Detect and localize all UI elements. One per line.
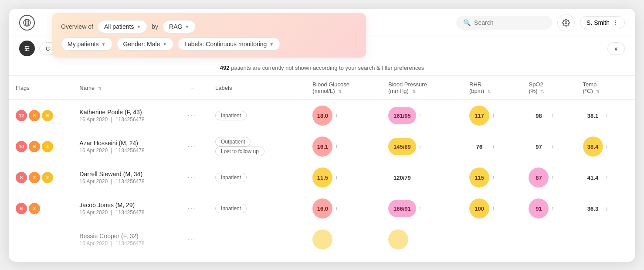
flag-badge: 6 xyxy=(29,141,40,152)
labels-cell: Inpatient xyxy=(208,100,305,131)
table-container: Flags Name ⇅ ≡ Labels Blood Glucose(mmol… xyxy=(9,76,635,262)
temp-cell: 38.4 ↓ xyxy=(576,131,636,162)
rhr-cell: 117 ↑ xyxy=(462,100,522,131)
filter-settings-button[interactable] xyxy=(19,41,35,56)
bp-value: 166/91 xyxy=(388,200,416,217)
search-icon: 🔍 xyxy=(463,19,471,26)
col-header-spo2[interactable]: SpO2(%) ⇅ xyxy=(522,76,576,100)
user-menu[interactable]: S. Smith ⋮ xyxy=(580,16,625,29)
col-header-name[interactable]: Name ⇅ xyxy=(72,76,180,100)
search-input[interactable] xyxy=(474,19,539,26)
temp-cell: 41.4 ↑ xyxy=(576,162,636,193)
patient-name: Azar Hosseini (M, 24) xyxy=(79,140,173,147)
user-menu-icon: ⋮ xyxy=(612,19,618,26)
spo2-value: 87 xyxy=(529,167,549,188)
patient-name-cell[interactable]: Darrell Steward (M, 34) 16 Apr 2020 | 11… xyxy=(72,162,180,193)
trend-icon: ↓ xyxy=(551,144,554,150)
bg-sort-icon: ⇅ xyxy=(338,89,342,94)
more-options-button[interactable]: ··· xyxy=(187,236,196,243)
info-message: patients are currently not shown accordi… xyxy=(231,65,424,71)
spo2-sort-icon: ⇅ xyxy=(541,89,544,94)
info-bar: 492 patients are currently not shown acc… xyxy=(9,60,635,76)
temp-cell: 36.3 ↓ xyxy=(576,193,636,224)
my-patients-filter[interactable]: My patients ▼ xyxy=(61,38,112,51)
label-pill: Inpatient xyxy=(215,111,247,120)
rhr-metric: 76 ↓ xyxy=(469,137,515,157)
spo2-cell xyxy=(522,224,576,255)
flag-badge: 8 xyxy=(29,110,40,121)
logo-icon xyxy=(19,15,35,31)
sort-dropdown[interactable]: ∨ xyxy=(607,42,625,55)
bg-cell: 16.1 ↑ xyxy=(305,131,381,162)
patient-name-cell[interactable]: Azar Hosseini (M, 24) 16 Apr 2020 | 1134… xyxy=(72,131,180,162)
labels-cell: OutpatientLost to follow up xyxy=(208,131,305,162)
bp-value xyxy=(388,229,408,249)
rhr-cell: 100 ↑ xyxy=(462,193,522,224)
table-body: 1286 Katherine Poole (F, 43) 16 Apr 2020… xyxy=(9,100,635,255)
rag-dropdown[interactable]: RAG ▼ xyxy=(163,20,196,33)
flag-badge: 10 xyxy=(16,141,27,152)
spo2-metric: 97 ↓ xyxy=(529,137,569,157)
bp-metric: 145/89 ↓ xyxy=(388,138,455,155)
flag-badge: 2 xyxy=(42,172,53,183)
more-options-button[interactable]: ··· xyxy=(187,205,196,212)
flag-badge: 6 xyxy=(42,110,53,121)
patient-name-cell[interactable]: Jacob Jones (M, 29) 16 Apr 2020 | 113425… xyxy=(72,193,180,224)
flags-cell: 62 xyxy=(9,193,72,224)
trend-icon: ↓ xyxy=(335,174,338,181)
svg-point-7 xyxy=(25,46,27,48)
temp-cell xyxy=(576,224,636,255)
flag-badge: 12 xyxy=(16,110,27,121)
trend-icon: ↑ xyxy=(492,174,495,181)
bg-metric: 16.0 ↓ xyxy=(312,198,374,219)
temp-metric: 41.4 ↑ xyxy=(583,167,629,188)
patient-meta: 16 Apr 2020 | 1134256478 xyxy=(79,116,173,123)
trend-icon: ↓ xyxy=(492,144,495,150)
gender-filter[interactable]: Gender: Male ▼ xyxy=(117,38,174,51)
col-header-bp[interactable]: Blood Pressure(mmHg) ⇅ xyxy=(381,76,462,100)
temp-value: 36.3 xyxy=(583,198,603,219)
bg-cell: 18.0 ↓ xyxy=(305,100,381,131)
col-header-labels: Labels xyxy=(208,76,305,100)
patient-name: Katherine Poole (F, 43) xyxy=(79,109,173,116)
labels-filter[interactable]: Labels: Continuous monitoring ▼ xyxy=(178,38,280,51)
bp-cell xyxy=(381,224,462,255)
trend-icon: ↑ xyxy=(551,174,554,181)
trend-icon: ↑ xyxy=(606,174,608,181)
rhr-value: 115 xyxy=(469,167,489,188)
rhr-metric: 115 ↑ xyxy=(469,167,515,188)
col-header-temp[interactable]: Temp(°C) ⇅ xyxy=(576,76,636,100)
row-menu-cell: ··· xyxy=(180,162,208,193)
trend-icon: ↑ xyxy=(492,113,495,119)
temp-metric: 36.3 ↓ xyxy=(583,198,629,219)
row-menu-cell: ··· xyxy=(180,131,208,162)
spo2-value: 97 xyxy=(529,137,549,157)
label-pill: Inpatient xyxy=(215,204,247,213)
patient-name-cell[interactable]: Bessie Cooper (F, 32) 16 Apr 2020 | 1134… xyxy=(72,224,180,255)
bg-cell: 16.0 ↓ xyxy=(305,193,381,224)
chevron-icon: ▼ xyxy=(163,42,167,47)
col-header-bg[interactable]: Blood Glucose(mmol/L) ⇅ xyxy=(305,76,381,100)
trend-icon: ↑ xyxy=(551,205,554,212)
more-options-button[interactable]: ··· xyxy=(187,174,196,181)
top-bar: Overview of All patients ▼ by RAG ▼ My p… xyxy=(9,9,635,37)
patient-name: Jacob Jones (M, 29) xyxy=(79,202,173,208)
bg-value: 11.5 xyxy=(312,167,332,188)
col-header-rhr[interactable]: RHR(bpm) ⇅ xyxy=(462,76,522,100)
more-options-button[interactable]: ··· xyxy=(187,112,196,119)
spo2-cell: 87 ↑ xyxy=(522,162,576,193)
temp-sort-icon: ⇅ xyxy=(596,89,600,94)
flags-cell: 1286 xyxy=(9,100,72,131)
flag-badge: 6 xyxy=(16,203,27,214)
labels-cell: Inpatient xyxy=(208,193,305,224)
more-options-button[interactable]: ··· xyxy=(187,143,196,150)
col-header-flags: Flags xyxy=(9,76,72,100)
chevron-icon: ▼ xyxy=(269,42,274,47)
settings-button[interactable] xyxy=(557,14,575,31)
all-patients-dropdown[interactable]: All patients ▼ xyxy=(98,20,147,33)
flag-badge: 8 xyxy=(16,172,27,183)
spo2-metric: 91 ↑ xyxy=(529,198,569,219)
trend-icon: ↑ xyxy=(551,113,554,119)
patient-name-cell[interactable]: Katherine Poole (F, 43) 16 Apr 2020 | 11… xyxy=(72,100,180,131)
app-container: Overview of All patients ▼ by RAG ▼ My p… xyxy=(9,9,635,262)
